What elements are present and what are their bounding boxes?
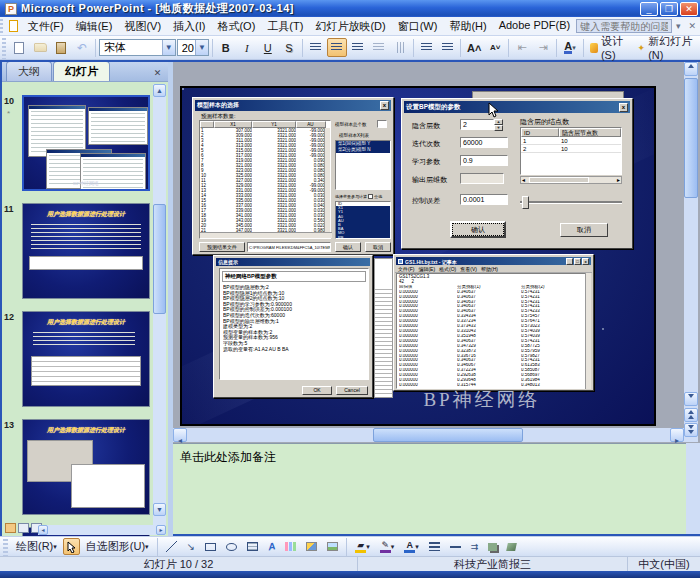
restore-button[interactable]: ❐ [660, 2, 678, 16]
slide-thumbnail[interactable]: BP神经网络 [22, 95, 150, 191]
result-file-path[interactable]: C:\PROGRAM FILES\KDM&FFC5A_10\TEMP\12 [247, 242, 331, 252]
align-left-button[interactable] [306, 38, 326, 57]
status-design-name[interactable]: 科技产业简报三 [358, 557, 628, 571]
list-item[interactable]: PB [336, 236, 390, 239]
menu-item[interactable]: 格式(O) [211, 17, 261, 36]
cancel-button[interactable]: Cancel [336, 386, 368, 395]
sample-data-table[interactable]: X1Y1AU 1307.0003321.000-99.0002309.00033… [199, 120, 331, 239]
menu-item[interactable]: 工具(T) [261, 17, 309, 36]
scrollbar-thumb[interactable] [373, 428, 523, 442]
slider-thumb[interactable] [522, 196, 529, 209]
font-size-combobox[interactable]: 20 ▼ [177, 39, 209, 56]
nodes-hscrollbar[interactable]: ◄ ► [520, 176, 622, 184]
next-slide-button[interactable] [684, 423, 698, 437]
slide-canvas[interactable]: 模型样本的选择 x 预测样本数量: X1Y1AU 1307.0003321.00… [180, 86, 656, 426]
table-row[interactable]: 110 [521, 137, 621, 145]
notes-scrollbar[interactable] [686, 443, 700, 534]
menu-item[interactable]: Adobe PDF(B) [493, 17, 577, 36]
previous-slide-button[interactable] [684, 408, 698, 422]
normal-view-button[interactable] [5, 523, 16, 533]
arrow-style-button[interactable]: ⇉ [467, 538, 483, 555]
hidden-layers-field[interactable]: 2 [460, 119, 494, 130]
autoshapes-menu-button[interactable]: 自选图形(U)▾ [82, 538, 153, 555]
bullets-button[interactable] [437, 38, 457, 57]
scrollbar-thumb[interactable] [529, 177, 589, 183]
increase-font-button[interactable]: A˄ [464, 38, 484, 57]
list-item[interactable]: 第2(分类)模型 N [336, 147, 390, 153]
slides-pane-hscrollbar[interactable]: ◂ ▸ [38, 525, 166, 535]
menu-item[interactable]: 帮助(H) [443, 17, 492, 36]
scroll-up-icon[interactable]: ▲ [153, 84, 166, 97]
spinner-control[interactable]: ▲▼ [494, 119, 503, 130]
close-icon[interactable]: x [380, 101, 389, 110]
status-language[interactable]: 中文(中国) [628, 557, 700, 571]
scroll-right-icon[interactable]: ► [616, 177, 621, 184]
scroll-down-icon[interactable]: ▼ [153, 503, 166, 516]
chevron-down-icon[interactable]: ▼ [162, 40, 175, 55]
table-row[interactable]: 210 [521, 145, 621, 153]
text-shadow-button[interactable]: S [279, 38, 299, 57]
clipart-button[interactable] [302, 538, 321, 555]
open-button[interactable] [30, 38, 50, 57]
menu-item[interactable]: 编辑(E) [418, 265, 435, 272]
iterations-field[interactable]: 60000 [460, 137, 508, 148]
slide-design-button[interactable]: 设计(S) [587, 38, 634, 57]
increase-indent-button[interactable]: ⇥ [533, 38, 553, 57]
tab-幻灯片[interactable]: 幻灯片 [53, 62, 110, 81]
chevron-down-icon[interactable]: ▾ [672, 21, 685, 31]
error-slider[interactable] [520, 194, 622, 212]
scroll-left-button[interactable]: ◂ [173, 428, 187, 442]
align-justify-button[interactable] [369, 38, 389, 57]
ok-button[interactable]: 确认 [450, 221, 506, 238]
scroll-down-button[interactable] [684, 392, 698, 406]
error-field[interactable]: 0.0001 [460, 194, 508, 205]
shadow-style-button[interactable] [484, 538, 501, 555]
minimize-icon[interactable]: _ [566, 258, 573, 265]
new-document-button[interactable] [9, 38, 29, 57]
paste-button[interactable] [51, 38, 71, 57]
model-count-field[interactable] [377, 120, 387, 128]
slides-pane-scrollbar[interactable]: ▲ ▼ [153, 84, 166, 532]
close-icon[interactable]: x [619, 103, 628, 112]
underline-button[interactable]: U [258, 38, 278, 57]
line-color-button[interactable]: ✎▾ [376, 538, 399, 555]
scroll-up-button[interactable] [684, 62, 698, 76]
undo-button[interactable]: ↶ [72, 38, 92, 57]
menu-item[interactable]: 窗口(W) [392, 17, 444, 36]
table-horizontal-scrollbar[interactable] [200, 232, 332, 238]
close-button[interactable]: ✕ [680, 2, 698, 16]
3d-style-button[interactable] [503, 538, 520, 555]
diagram-button[interactable] [281, 538, 300, 555]
menu-item[interactable]: 幻灯片放映(D) [309, 17, 391, 36]
toolbar-grip[interactable] [2, 36, 6, 59]
maximize-icon[interactable]: □ [574, 258, 581, 265]
notes-panel[interactable]: 单击此处添加备注 [173, 443, 686, 534]
draw-menu-button[interactable]: 绘图(R)▾ [12, 538, 61, 555]
decrease-font-button[interactable]: A˅ [485, 38, 505, 57]
cancel-button[interactable]: 取消 [365, 242, 391, 252]
select-all-checkbox[interactable] [368, 194, 373, 199]
font-name-combobox[interactable]: 宋体 ▼ [99, 39, 176, 56]
menu-item[interactable]: 视图(V) [118, 17, 167, 36]
numbering-button[interactable] [416, 38, 436, 57]
menu-item[interactable]: 文件(F) [22, 17, 70, 36]
scroll-left-icon[interactable]: ◄ [521, 177, 526, 184]
result-file-button[interactable]: 预测结果文件 [199, 242, 245, 252]
dialog-title-bar[interactable]: 信息提示 [216, 258, 370, 266]
table-vertical-scrollbar[interactable] [324, 128, 330, 234]
nodes-table[interactable]: ID隐含层节点数 110210 [520, 127, 622, 175]
output-dim-field[interactable] [460, 173, 504, 184]
new-slide-button[interactable]: ✦新幻灯片(N) [635, 38, 698, 57]
textbox-tool-button[interactable] [243, 538, 262, 555]
pane-close-icon[interactable]: ✕ [151, 66, 164, 79]
font-color-button[interactable]: A▾ [400, 538, 423, 555]
help-input[interactable] [577, 21, 671, 32]
scroll-right-icon[interactable]: ▸ [156, 525, 166, 535]
dash-style-button[interactable] [446, 538, 465, 555]
slide-thumbnail[interactable]: 用户选择数据源进行处理设计 [22, 419, 150, 515]
line-style-button[interactable] [425, 538, 444, 555]
variable-list[interactable]: IDX1Y1A0AUBBAMOPBCU [335, 201, 391, 239]
fill-color-button[interactable]: ▰▾ [351, 538, 374, 555]
menu-item[interactable]: 格式(O) [439, 265, 456, 272]
font-color-button[interactable]: A▾ [560, 38, 580, 57]
